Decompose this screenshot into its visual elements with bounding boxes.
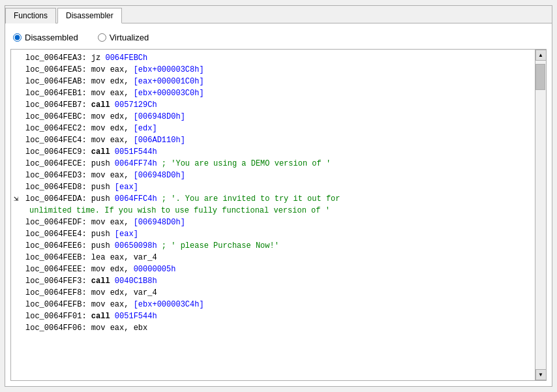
- code-operand1: 0057129Ch: [115, 99, 157, 111]
- tab-bar: Functions Disassembler: [5, 6, 552, 23]
- radio-virtualized[interactable]: Virtualized: [98, 33, 149, 42]
- code-line: loc_0064FEA3: jz 0064FEBCh: [11, 52, 535, 64]
- line-arrow: [14, 310, 25, 322]
- code-line: loc_0064FEFB: mov eax, [ebx+000003C4h]: [11, 299, 535, 310]
- code-label: loc_0064FEF3: [25, 275, 82, 287]
- scrollbar-track-area: [535, 61, 546, 369]
- code-mnemonic: mov: [91, 322, 110, 334]
- code-operand1: eax,: [110, 217, 129, 228]
- code-scroll[interactable]: loc_0064FEA3: jz 0064FEBCh loc_0064FEA5:…: [11, 50, 535, 380]
- code-operand2: [006948D0h]: [134, 111, 185, 123]
- code-mnemonic: mov: [91, 111, 110, 123]
- line-arrow: [14, 158, 25, 170]
- code-mnemonic: push: [91, 181, 115, 193]
- code-operand1: eax,: [110, 299, 129, 310]
- scrollbar-thumb[interactable]: [535, 64, 545, 90]
- code-mnemonic: push: [91, 240, 115, 252]
- code-operand1: 0064FEBCh: [105, 52, 147, 64]
- code-sep: :: [82, 322, 91, 334]
- line-arrow: [14, 217, 25, 228]
- code-mnemonic: lea: [91, 252, 110, 264]
- code-operand2: [ebx+000003C4h]: [134, 299, 204, 310]
- code-line: loc_0064FEF8: mov edx, var_4: [11, 287, 535, 299]
- code-operand2: [006948D0h]: [134, 217, 185, 228]
- code-sep: :: [82, 287, 91, 299]
- code-operand1: edx,: [110, 123, 129, 134]
- code-operand2: var_4: [134, 287, 157, 299]
- code-mnemonic: mov: [91, 123, 110, 134]
- code-line: loc_0064FEEE: mov edx, 00000005h: [11, 264, 535, 275]
- code-mnemonic: mov: [91, 287, 110, 299]
- tab-functions[interactable]: Functions: [5, 8, 56, 23]
- radio-disassembled-input[interactable]: [13, 33, 22, 42]
- code-operand1: 0040C1B8h: [115, 275, 157, 287]
- code-label: loc_0064FED8: [25, 181, 82, 193]
- code-operand1: 0064FFC4h: [115, 193, 157, 205]
- content-area: Disassembled Virtualized loc_0064FEA3: j…: [5, 23, 552, 386]
- code-mnemonic: mov: [91, 134, 110, 146]
- code-operand1: [eax]: [115, 181, 138, 193]
- code-label: loc_0064FEF8: [25, 287, 82, 299]
- code-sep: :: [82, 87, 91, 99]
- code-label: loc_0064FEDF: [25, 217, 82, 228]
- code-sep: :: [82, 64, 91, 76]
- radio-virtualized-input[interactable]: [98, 33, 106, 42]
- code-label: loc_0064FEA5: [25, 64, 82, 76]
- code-label: loc_0064FEB1: [25, 87, 82, 99]
- code-sep: :: [82, 264, 91, 275]
- code-operand1: 0051F544h: [115, 310, 157, 322]
- code-sep: :: [82, 99, 91, 111]
- radio-disassembled[interactable]: Disassembled: [13, 33, 78, 42]
- radio-disassembled-label: Disassembled: [25, 33, 78, 42]
- code-line: loc_0064FEB7: call 0057129Ch: [11, 99, 535, 111]
- code-label: loc_0064FEEB: [25, 252, 82, 264]
- code-op-sep: [128, 264, 133, 275]
- code-line: loc_0064FEC9: call 0051F544h: [11, 146, 535, 158]
- code-operand2: [006948D0h]: [134, 170, 185, 181]
- scrollbar: ▲ ▼: [535, 50, 546, 380]
- code-sep: :: [82, 217, 91, 228]
- code-sep: :: [82, 240, 91, 252]
- code-op-sep: [128, 322, 133, 334]
- code-operand1: eax,: [110, 134, 129, 146]
- code-line: loc_0064FEDF: mov eax, [006948D0h]: [11, 217, 535, 228]
- line-arrow: [14, 134, 25, 146]
- code-sep: :: [82, 146, 91, 158]
- code-label: loc_0064FF01: [25, 310, 82, 322]
- code-operand2: [ebx+000003C8h]: [134, 64, 204, 76]
- code-operand2: 00000005h: [134, 264, 176, 275]
- code-line: loc_0064FEE6: push 00650098h ; ' please …: [11, 240, 535, 252]
- code-panel: loc_0064FEA3: jz 0064FEBCh loc_0064FEA5:…: [10, 49, 547, 381]
- code-operand1: eax,: [110, 252, 129, 264]
- code-label: loc_0064FEFB: [25, 299, 82, 310]
- code-operand2: [edx]: [134, 123, 157, 134]
- code-mnemonic: call: [91, 310, 115, 322]
- scrollbar-up[interactable]: ▲: [535, 50, 547, 61]
- line-arrow: [14, 275, 25, 287]
- code-operand1: edx,: [110, 264, 129, 275]
- code-line: loc_0064FEEB: lea eax, var_4: [11, 252, 535, 264]
- code-mnemonic: push: [91, 193, 115, 205]
- code-operand1: 0064FF74h: [115, 158, 157, 170]
- line-arrow: [14, 228, 25, 240]
- line-arrow: [14, 99, 25, 111]
- scrollbar-down[interactable]: ▼: [535, 369, 547, 380]
- code-op-sep: [128, 87, 133, 99]
- code-line: loc_0064FEF3: call 0040C1B8h: [11, 275, 535, 287]
- code-wrap-comment: unlimited time. If you wish to use fully…: [29, 205, 330, 217]
- code-mnemonic: mov: [91, 76, 110, 87]
- line-arrow: [14, 299, 25, 310]
- code-line: loc_0064FEB1: mov eax, [ebx+000003C0h]: [11, 87, 535, 99]
- code-operand1: eax,: [110, 64, 129, 76]
- line-arrow: [14, 146, 25, 158]
- radio-bar: Disassembled Virtualized: [10, 29, 547, 49]
- tab-disassembler-label: Disassembler: [66, 11, 113, 20]
- code-line: loc_0064FF01: call 0051F544h: [11, 310, 535, 322]
- code-line: loc_0064FED3: mov eax, [006948D0h]: [11, 170, 535, 181]
- code-op-sep: [128, 123, 133, 134]
- code-line: loc_0064FED8: push [eax]: [11, 181, 535, 193]
- code-label: loc_0064FEA3: [25, 52, 82, 64]
- code-mnemonic: mov: [91, 217, 110, 228]
- code-operand1: edx,: [110, 76, 129, 87]
- tab-disassembler[interactable]: Disassembler: [57, 8, 122, 23]
